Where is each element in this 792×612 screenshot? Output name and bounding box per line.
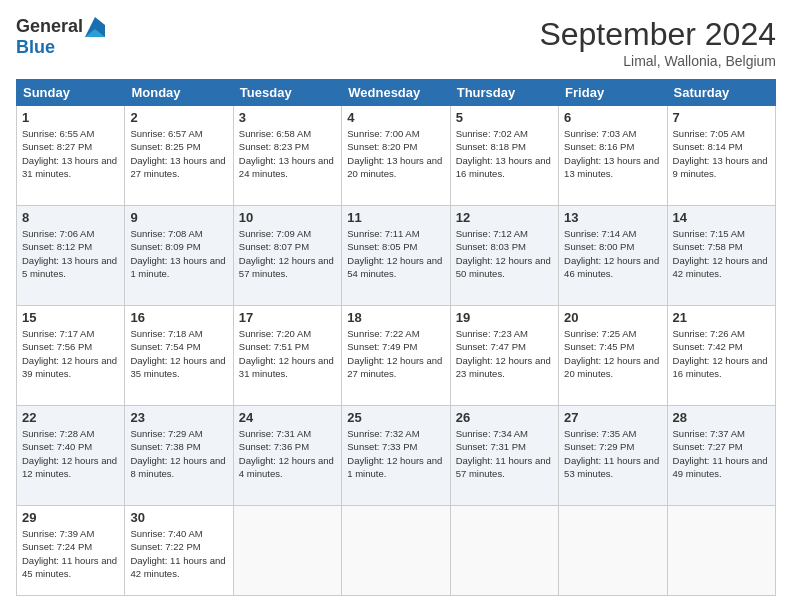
calendar-cell: 21Sunrise: 7:26 AMSunset: 7:42 PMDayligh…: [667, 306, 775, 406]
calendar-cell: 30Sunrise: 7:40 AMSunset: 7:22 PMDayligh…: [125, 506, 233, 596]
calendar-cell: 18Sunrise: 7:22 AMSunset: 7:49 PMDayligh…: [342, 306, 450, 406]
logo: General Blue: [16, 16, 105, 58]
day-info: Sunrise: 7:02 AMSunset: 8:18 PMDaylight:…: [456, 127, 553, 180]
calendar-cell: 6Sunrise: 7:03 AMSunset: 8:16 PMDaylight…: [559, 106, 667, 206]
calendar-week-row: 22Sunrise: 7:28 AMSunset: 7:40 PMDayligh…: [17, 406, 776, 506]
calendar-cell: 15Sunrise: 7:17 AMSunset: 7:56 PMDayligh…: [17, 306, 125, 406]
col-header-monday: Monday: [125, 80, 233, 106]
day-info: Sunrise: 7:37 AMSunset: 7:27 PMDaylight:…: [673, 427, 770, 480]
calendar-cell: [450, 506, 558, 596]
day-number: 25: [347, 410, 444, 425]
day-number: 21: [673, 310, 770, 325]
day-number: 12: [456, 210, 553, 225]
day-number: 7: [673, 110, 770, 125]
day-info: Sunrise: 7:34 AMSunset: 7:31 PMDaylight:…: [456, 427, 553, 480]
day-info: Sunrise: 7:18 AMSunset: 7:54 PMDaylight:…: [130, 327, 227, 380]
calendar-week-row: 1Sunrise: 6:55 AMSunset: 8:27 PMDaylight…: [17, 106, 776, 206]
day-number: 24: [239, 410, 336, 425]
calendar-cell: 7Sunrise: 7:05 AMSunset: 8:14 PMDaylight…: [667, 106, 775, 206]
day-info: Sunrise: 7:25 AMSunset: 7:45 PMDaylight:…: [564, 327, 661, 380]
day-info: Sunrise: 7:29 AMSunset: 7:38 PMDaylight:…: [130, 427, 227, 480]
day-info: Sunrise: 7:00 AMSunset: 8:20 PMDaylight:…: [347, 127, 444, 180]
calendar-cell: 20Sunrise: 7:25 AMSunset: 7:45 PMDayligh…: [559, 306, 667, 406]
day-number: 26: [456, 410, 553, 425]
header: General Blue September 2024 Limal, Wallo…: [16, 16, 776, 69]
col-header-friday: Friday: [559, 80, 667, 106]
day-info: Sunrise: 7:11 AMSunset: 8:05 PMDaylight:…: [347, 227, 444, 280]
day-number: 14: [673, 210, 770, 225]
calendar-table: SundayMondayTuesdayWednesdayThursdayFrid…: [16, 79, 776, 596]
col-header-saturday: Saturday: [667, 80, 775, 106]
calendar-cell: 27Sunrise: 7:35 AMSunset: 7:29 PMDayligh…: [559, 406, 667, 506]
day-number: 3: [239, 110, 336, 125]
logo-general-text: General: [16, 16, 83, 37]
calendar-cell: 22Sunrise: 7:28 AMSunset: 7:40 PMDayligh…: [17, 406, 125, 506]
day-info: Sunrise: 7:14 AMSunset: 8:00 PMDaylight:…: [564, 227, 661, 280]
calendar-cell: 23Sunrise: 7:29 AMSunset: 7:38 PMDayligh…: [125, 406, 233, 506]
col-header-thursday: Thursday: [450, 80, 558, 106]
day-number: 5: [456, 110, 553, 125]
day-info: Sunrise: 7:15 AMSunset: 7:58 PMDaylight:…: [673, 227, 770, 280]
calendar-cell: 28Sunrise: 7:37 AMSunset: 7:27 PMDayligh…: [667, 406, 775, 506]
day-info: Sunrise: 7:31 AMSunset: 7:36 PMDaylight:…: [239, 427, 336, 480]
day-info: Sunrise: 7:09 AMSunset: 8:07 PMDaylight:…: [239, 227, 336, 280]
calendar-cell: [559, 506, 667, 596]
logo-blue-text: Blue: [16, 37, 55, 57]
day-number: 9: [130, 210, 227, 225]
calendar-cell: 24Sunrise: 7:31 AMSunset: 7:36 PMDayligh…: [233, 406, 341, 506]
calendar-cell: 25Sunrise: 7:32 AMSunset: 7:33 PMDayligh…: [342, 406, 450, 506]
day-info: Sunrise: 6:57 AMSunset: 8:25 PMDaylight:…: [130, 127, 227, 180]
calendar-cell: 4Sunrise: 7:00 AMSunset: 8:20 PMDaylight…: [342, 106, 450, 206]
calendar-week-row: 15Sunrise: 7:17 AMSunset: 7:56 PMDayligh…: [17, 306, 776, 406]
day-number: 2: [130, 110, 227, 125]
calendar-cell: 12Sunrise: 7:12 AMSunset: 8:03 PMDayligh…: [450, 206, 558, 306]
day-info: Sunrise: 7:32 AMSunset: 7:33 PMDaylight:…: [347, 427, 444, 480]
location-text: Limal, Wallonia, Belgium: [539, 53, 776, 69]
day-number: 11: [347, 210, 444, 225]
calendar-cell: 13Sunrise: 7:14 AMSunset: 8:00 PMDayligh…: [559, 206, 667, 306]
calendar-cell: 5Sunrise: 7:02 AMSunset: 8:18 PMDaylight…: [450, 106, 558, 206]
calendar-cell: 8Sunrise: 7:06 AMSunset: 8:12 PMDaylight…: [17, 206, 125, 306]
day-info: Sunrise: 7:39 AMSunset: 7:24 PMDaylight:…: [22, 527, 119, 580]
day-number: 10: [239, 210, 336, 225]
calendar-cell: 10Sunrise: 7:09 AMSunset: 8:07 PMDayligh…: [233, 206, 341, 306]
calendar-cell: 1Sunrise: 6:55 AMSunset: 8:27 PMDaylight…: [17, 106, 125, 206]
day-info: Sunrise: 7:05 AMSunset: 8:14 PMDaylight:…: [673, 127, 770, 180]
day-number: 18: [347, 310, 444, 325]
day-number: 16: [130, 310, 227, 325]
calendar-cell: 3Sunrise: 6:58 AMSunset: 8:23 PMDaylight…: [233, 106, 341, 206]
day-info: Sunrise: 7:22 AMSunset: 7:49 PMDaylight:…: [347, 327, 444, 380]
day-info: Sunrise: 7:03 AMSunset: 8:16 PMDaylight:…: [564, 127, 661, 180]
title-section: September 2024 Limal, Wallonia, Belgium: [539, 16, 776, 69]
day-number: 6: [564, 110, 661, 125]
day-number: 8: [22, 210, 119, 225]
day-number: 27: [564, 410, 661, 425]
calendar-cell: [342, 506, 450, 596]
day-info: Sunrise: 7:23 AMSunset: 7:47 PMDaylight:…: [456, 327, 553, 380]
calendar-header-row: SundayMondayTuesdayWednesdayThursdayFrid…: [17, 80, 776, 106]
calendar-cell: 29Sunrise: 7:39 AMSunset: 7:24 PMDayligh…: [17, 506, 125, 596]
day-info: Sunrise: 7:12 AMSunset: 8:03 PMDaylight:…: [456, 227, 553, 280]
calendar-cell: 26Sunrise: 7:34 AMSunset: 7:31 PMDayligh…: [450, 406, 558, 506]
col-header-sunday: Sunday: [17, 80, 125, 106]
day-info: Sunrise: 7:08 AMSunset: 8:09 PMDaylight:…: [130, 227, 227, 280]
month-year-title: September 2024: [539, 16, 776, 53]
calendar-cell: 2Sunrise: 6:57 AMSunset: 8:25 PMDaylight…: [125, 106, 233, 206]
day-number: 22: [22, 410, 119, 425]
day-number: 28: [673, 410, 770, 425]
day-number: 29: [22, 510, 119, 525]
calendar-cell: 9Sunrise: 7:08 AMSunset: 8:09 PMDaylight…: [125, 206, 233, 306]
col-header-wednesday: Wednesday: [342, 80, 450, 106]
day-info: Sunrise: 7:35 AMSunset: 7:29 PMDaylight:…: [564, 427, 661, 480]
calendar-cell: [667, 506, 775, 596]
calendar-cell: [233, 506, 341, 596]
calendar-cell: 17Sunrise: 7:20 AMSunset: 7:51 PMDayligh…: [233, 306, 341, 406]
day-info: Sunrise: 7:26 AMSunset: 7:42 PMDaylight:…: [673, 327, 770, 380]
day-number: 30: [130, 510, 227, 525]
page: General Blue September 2024 Limal, Wallo…: [0, 0, 792, 612]
day-info: Sunrise: 6:58 AMSunset: 8:23 PMDaylight:…: [239, 127, 336, 180]
calendar-cell: 16Sunrise: 7:18 AMSunset: 7:54 PMDayligh…: [125, 306, 233, 406]
day-info: Sunrise: 7:20 AMSunset: 7:51 PMDaylight:…: [239, 327, 336, 380]
logo-icon: [85, 17, 105, 37]
day-number: 17: [239, 310, 336, 325]
